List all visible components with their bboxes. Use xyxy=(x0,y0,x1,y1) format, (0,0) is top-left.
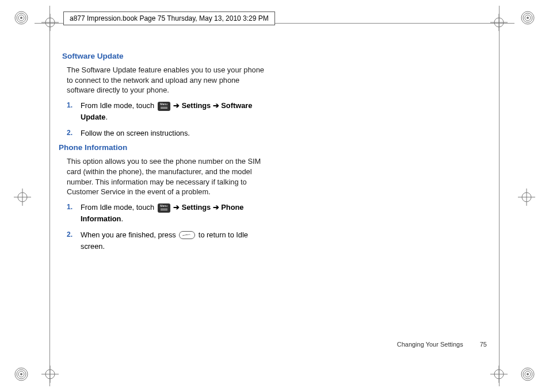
chapter-name: Changing Your Settings xyxy=(397,341,463,348)
list-item: 1. From Idle mode, touch Menu ➔ Settings… xyxy=(64,202,269,225)
phone-information-intro: This option allows you to see the phone … xyxy=(67,156,269,197)
svg-point-15 xyxy=(527,373,529,375)
arrow-icon: ➔ xyxy=(173,101,182,110)
step-text: When you are finished, press xyxy=(81,230,178,239)
crosshair-icon xyxy=(41,366,59,383)
registration-mark-icon xyxy=(520,10,535,25)
page-content: Software Update The Software Update feat… xyxy=(62,52,269,256)
software-update-intro: The Software Update feature enables you … xyxy=(67,65,269,95)
section-heading-software-update: Software Update xyxy=(62,52,269,60)
section-heading-phone-information: Phone Information xyxy=(59,143,269,152)
period: . xyxy=(121,214,123,223)
step-text: From Idle mode, touch xyxy=(81,101,157,110)
end-key-icon xyxy=(179,231,195,239)
step-number: 1. xyxy=(67,202,73,213)
crosshair-icon xyxy=(14,189,31,206)
path-settings: Settings xyxy=(182,203,211,212)
registration-mark-icon xyxy=(14,367,29,382)
crosshair-icon xyxy=(490,14,508,31)
list-item: 2. When you are finished, press to retur… xyxy=(64,229,269,252)
step-number: 2. xyxy=(67,229,73,240)
menu-key-icon: Menu xyxy=(158,203,170,213)
svg-point-3 xyxy=(20,17,22,19)
step-text: Follow the on screen instructions. xyxy=(81,129,190,137)
arrow-icon: ➔ xyxy=(173,203,182,212)
page-footer: Changing Your Settings 75 xyxy=(397,341,487,348)
list-item: 2. Follow the on screen instructions. xyxy=(64,128,269,139)
crosshair-icon xyxy=(518,189,535,206)
registration-mark-icon xyxy=(520,367,535,382)
crosshair-icon xyxy=(490,366,508,383)
period: . xyxy=(105,113,108,121)
list-item: 1. From Idle mode, touch Menu ➔ Settings… xyxy=(64,100,269,123)
step-number: 2. xyxy=(67,128,73,139)
page-number: 75 xyxy=(480,341,487,348)
registration-mark-icon xyxy=(14,10,29,25)
step-text: From Idle mode, touch xyxy=(81,203,157,212)
svg-point-7 xyxy=(527,17,529,19)
path-settings: Settings xyxy=(182,101,211,110)
crop-line-right xyxy=(499,6,500,386)
arrow-icon: ➔ xyxy=(213,101,222,110)
svg-point-11 xyxy=(20,373,22,375)
arrow-icon: ➔ xyxy=(213,203,222,212)
step-number: 1. xyxy=(67,100,73,111)
crop-line-left xyxy=(49,6,50,386)
running-header: a877 Impression.book Page 75 Thursday, M… xyxy=(63,11,275,25)
menu-key-icon: Menu xyxy=(158,102,170,111)
crosshair-icon xyxy=(41,14,59,31)
